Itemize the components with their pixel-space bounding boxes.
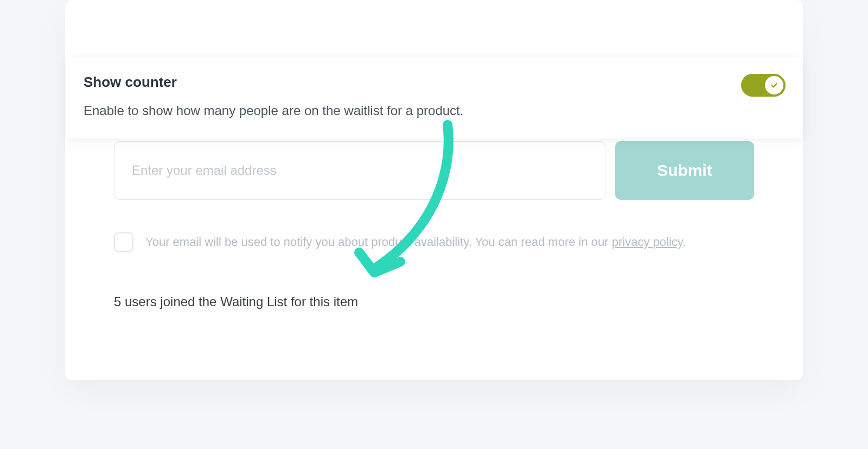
settings-card: Show counter Enable to show how many peo… xyxy=(66,58,803,138)
setting-description: Enable to show how many people are on th… xyxy=(84,102,463,120)
show-counter-toggle[interactable] xyxy=(741,74,786,97)
submit-button[interactable]: Submit xyxy=(615,141,754,200)
waitlist-counter-text: 5 users joined the Waiting List for this… xyxy=(114,294,754,309)
check-icon xyxy=(770,81,778,90)
setting-title: Show counter xyxy=(84,74,463,91)
privacy-policy-link[interactable]: privacy policy xyxy=(612,235,682,249)
email-input[interactable] xyxy=(114,141,605,200)
consent-text-before: Your email will be used to notify you ab… xyxy=(145,235,612,249)
waitlist-form-row: Submit xyxy=(114,141,754,200)
preview-card: Submit Your email will be used to notify… xyxy=(65,0,803,380)
consent-text-after: . xyxy=(682,235,686,249)
consent-checkbox[interactable] xyxy=(114,232,133,252)
toggle-knob xyxy=(765,76,783,94)
consent-row: Your email will be used to notify you ab… xyxy=(114,232,754,252)
consent-text: Your email will be used to notify you ab… xyxy=(145,234,686,251)
